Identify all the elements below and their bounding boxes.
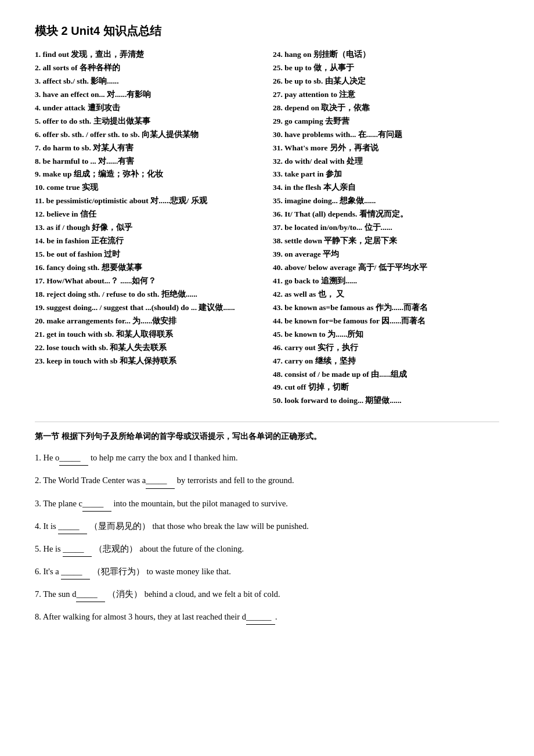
vocab-item: 1. find out 发现，查出，弄清楚 <box>35 48 261 62</box>
vocab-item: 45. be known to 为......所知 <box>273 328 499 341</box>
exercise-text-before: The World Trade Center was a <box>43 476 146 485</box>
vocab-item: 9. make up 组成；编造；弥补；化妆 <box>35 168 261 181</box>
vocab-item: 6. offer sb. sth. / offer sth. to sb. 向某… <box>35 128 261 142</box>
vocab-item: 26. be up to sb. 由某人决定 <box>273 75 499 88</box>
vocab-section: 1. find out 发现，查出，弄清楚2. all sorts of 各种各… <box>35 48 499 408</box>
vocab-item: 37. be located in/on/by/to... 位于...... <box>273 221 499 235</box>
page-title: 模块 2 Unit4 知识点总结 <box>35 23 499 39</box>
vocab-item: 12. believe in 信任 <box>35 208 261 221</box>
exercise-text-after: about the future of the cloning. <box>138 544 244 553</box>
exercise-item: 1. He o_____ to help me carry the box an… <box>35 450 499 466</box>
exercise-number: 5. <box>35 544 41 553</box>
vocab-item: 32. do with/ deal with 处理 <box>273 155 499 168</box>
exercise-blank: _____ <box>146 473 175 488</box>
exercise-number: 8. <box>35 612 41 621</box>
vocab-right-column: 24. hang on 别挂断（电话）25. be up to 做，从事于26.… <box>273 48 499 408</box>
vocab-item: 13. as if / though 好像，似乎 <box>35 221 261 235</box>
exercise-text-after: . <box>275 612 277 621</box>
vocab-item: 7. do harm to sb. 对某人有害 <box>35 142 261 155</box>
exercise-text-before: He o <box>44 453 60 462</box>
vocab-item: 34. in the flesh 本人亲自 <box>273 181 499 195</box>
vocab-item: 31. What's more 另外，再者说 <box>273 142 499 155</box>
vocab-item: 18. reject doing sth. / refuse to do sth… <box>35 288 261 301</box>
exercise-blank: ______ <box>246 609 275 625</box>
exercises-container: 1. He o_____ to help me carry the box an… <box>35 450 499 625</box>
exercise-blank: _____ <box>59 450 88 466</box>
vocab-item: 21. get in touch with sb. 和某人取得联系 <box>35 328 261 341</box>
vocab-item: 16. fancy doing sth. 想要做某事 <box>35 261 261 275</box>
exercise-item: 6. It's a _____ （犯罪行为） to waste money li… <box>35 564 499 579</box>
exercise-number: 7. <box>35 589 41 599</box>
exercise-blank: _____ <box>63 541 92 557</box>
exercise-number: 1. <box>35 453 41 462</box>
exercise-text-after: into the mountain, but the pilot managed… <box>111 499 288 508</box>
exercise-text-after: by terrorists and fell to the ground. <box>175 476 294 485</box>
vocab-item: 22. lose touch with sb. 和某人失去联系 <box>35 341 261 355</box>
vocab-item: 3. affect sb./ sth. 影响...... <box>35 75 261 88</box>
exercise-section-title: 第一节 根据下列句子及所给单词的首字母或汉语提示，写出各单词的正确形式。 <box>35 422 499 442</box>
vocab-item: 24. hang on 别挂断（电话） <box>273 48 499 62</box>
exercise-number: 4. <box>35 521 41 531</box>
exercise-hint: （悲观的） <box>92 544 138 553</box>
vocab-item: 11. be pessimistic/optimistic about 对...… <box>35 195 261 208</box>
vocab-item: 14. be in fashion 正在流行 <box>35 235 261 248</box>
exercise-item: 7. The sun d_____ （消失） behind a cloud, a… <box>35 586 499 602</box>
vocab-item: 35. imagine doing... 想象做...... <box>273 195 499 208</box>
vocab-item: 29. go camping 去野营 <box>273 115 499 128</box>
exercise-text-before: The plane c <box>43 499 82 508</box>
exercise-text-before: The sun d <box>43 589 76 599</box>
vocab-item: 47. carry on 继续，坚持 <box>273 355 499 368</box>
vocab-item: 10. come true 实现 <box>35 181 261 195</box>
vocab-item: 40. above/ below average 高于/ 低于平均水平 <box>273 261 499 275</box>
vocab-item: 44. be known for=be famous for 因......而著… <box>273 315 499 328</box>
vocab-item: 28. depend on 取决于，依靠 <box>273 102 499 115</box>
vocab-item: 15. be out of fashion 过时 <box>35 248 261 261</box>
vocab-item: 36. It/ That (all) depends. 看情况而定。 <box>273 208 499 221</box>
vocab-item: 50. look forward to doing... 期望做...... <box>273 394 499 408</box>
exercise-hint: （消失） <box>105 589 142 599</box>
vocab-item: 23. keep in touch with sb 和某人保持联系 <box>35 355 261 368</box>
exercise-item: 2. The World Trade Center was a_____ by … <box>35 473 499 488</box>
vocab-item: 42. as well as 也， 又 <box>273 288 499 301</box>
exercise-item: 8. After walking for almost 3 hours, the… <box>35 609 499 625</box>
exercise-number: 6. <box>35 567 41 576</box>
exercise-text-after: behind a cloud, and we felt a bit of col… <box>142 589 280 599</box>
exercise-blank: _____ <box>76 586 105 602</box>
exercise-blank: _____ <box>61 564 90 579</box>
exercise-text-before: It's a <box>44 567 62 576</box>
vocab-item: 33. take part in 参加 <box>273 168 499 181</box>
vocab-item: 19. suggest doing... / suggest that ...(… <box>35 301 261 315</box>
exercise-blank: _____ <box>58 519 87 534</box>
vocab-left-column: 1. find out 发现，查出，弄清楚2. all sorts of 各种各… <box>35 48 261 408</box>
vocab-item: 3. have an effect on... 对......有影响 <box>35 88 261 102</box>
vocab-item: 39. on average 平均 <box>273 248 499 261</box>
exercise-item: 3. The plane c_____ into the mountain, b… <box>35 496 499 512</box>
exercise-text-after: to waste money like that. <box>145 567 231 576</box>
vocab-item: 8. be harmful to ... 对......有害 <box>35 155 261 168</box>
exercise-blank: _____ <box>82 496 111 512</box>
exercise-number: 2. <box>35 476 41 485</box>
vocab-item: 41. go back to 追溯到...... <box>273 275 499 288</box>
vocab-item: 4. under attack 遭到攻击 <box>35 102 261 115</box>
exercise-item: 4. It is _____ （显而易见的） that those who br… <box>35 519 499 534</box>
exercise-text-after: that those who break the law will be pun… <box>150 521 309 531</box>
exercise-hint: （犯罪行为） <box>90 567 145 576</box>
vocab-item: 20. make arrangements for... 为......做安排 <box>35 315 261 328</box>
vocab-item: 27. pay attention to 注意 <box>273 88 499 102</box>
vocab-item: 25. be up to 做，从事于 <box>273 62 499 75</box>
vocab-item: 17. How/What about...？ ......如何？ <box>35 275 261 288</box>
vocab-item: 38. settle down 平静下来，定居下来 <box>273 235 499 248</box>
vocab-item: 48. consist of / be made up of 由......组成 <box>273 368 499 381</box>
exercise-hint: （显而易见的） <box>87 521 150 531</box>
exercise-text-before: It is <box>44 521 59 531</box>
vocab-item: 5. offer to do sth. 主动提出做某事 <box>35 115 261 128</box>
exercise-text-before: He is <box>44 544 63 553</box>
vocab-item: 46. carry out 实行，执行 <box>273 341 499 355</box>
exercise-text-before: After walking for almost 3 hours, they a… <box>43 612 246 621</box>
exercise-number: 3. <box>35 499 41 508</box>
vocab-item: 49. cut off 切掉，切断 <box>273 381 499 394</box>
vocab-item: 30. have problems with... 在......有问题 <box>273 128 499 142</box>
vocab-item: 43. be known as=be famous as 作为......而著名 <box>273 301 499 315</box>
exercise-item: 5. He is _____ （悲观的） about the future of… <box>35 541 499 557</box>
vocab-item: 2. all sorts of 各种各样的 <box>35 62 261 75</box>
